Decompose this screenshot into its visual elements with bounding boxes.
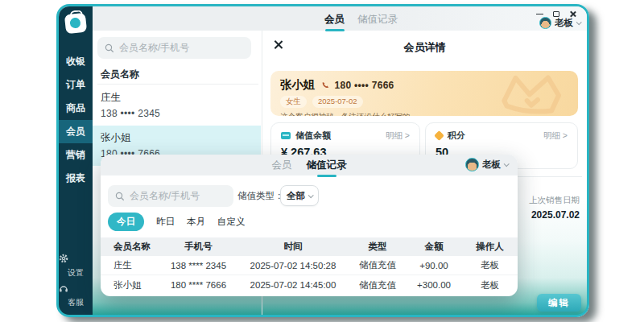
edit-button[interactable]: 编辑 [537, 294, 581, 312]
details-title: 会员详情 [262, 40, 587, 55]
filter-yesterday[interactable]: 昨日 [156, 216, 175, 228]
member-name: 庄生 [101, 91, 253, 105]
active-tab-underline [317, 175, 336, 177]
table-row[interactable]: 张小姐 180 **** 7666 2025-07-02 14:45:00 储值… [101, 275, 518, 295]
points-label: 积分 [448, 130, 465, 142]
sidebar: 收银 订单 商品 会员 营销 报表 设置 客服 [59, 6, 93, 315]
records-table: 会员名称 手机号 时间 类型 金额 操作人 庄生 138 **** 2345 2… [101, 237, 518, 296]
user-menu[interactable]: 老板 [539, 17, 580, 29]
list-item-member-1[interactable]: 庄生 138 •••• 2345 [93, 85, 261, 126]
minimize-icon[interactable] [536, 14, 543, 14]
last-sale-info: 上次销售日期 2025.07.02 [529, 195, 580, 221]
type-filter-label: 储值类型： [237, 190, 284, 202]
top-tabs: 会员 储值记录 [324, 13, 398, 31]
member-name: 张小姐 [101, 131, 253, 145]
app-logo-icon [64, 13, 87, 35]
panel-tab-member[interactable]: 会员 [272, 159, 292, 177]
member-search-input[interactable]: 会员名称/手机号 [97, 37, 251, 59]
panel-user-menu[interactable]: 老板 [465, 158, 508, 171]
titlebar: 会员 储值记录 老板 [93, 6, 587, 31]
tab-member-label: 会员 [324, 14, 345, 25]
wallet-icon [281, 132, 291, 139]
phone-icon [321, 81, 329, 89]
search-icon [105, 43, 114, 53]
type-filter-value: 全部 [287, 190, 305, 202]
date-filters: 今日 昨日 本月 自定义 [108, 213, 246, 231]
sidebar-bottom: 设置 客服 [59, 248, 93, 308]
sidebar-item-members[interactable]: 会员 [59, 120, 93, 143]
tab-member[interactable]: 会员 [324, 13, 345, 31]
table-header-row: 会员名称 手机号 时间 类型 金额 操作人 [101, 237, 518, 256]
tag-date: 2025-07-02 [312, 96, 363, 108]
points-detail-link[interactable]: 明细 > [543, 130, 568, 142]
records-search-input[interactable]: 会员名称/手机号 [108, 185, 233, 207]
records-panel-header: 会员 储值记录 老板 [101, 155, 518, 175]
crown-watermark-icon [499, 72, 567, 114]
settings-button[interactable]: 设置 [59, 254, 93, 279]
sidebar-nav: 收银 订单 商品 会员 营销 报表 [59, 50, 93, 190]
list-header: 会员名称 [97, 64, 258, 85]
tab-records-label: 储值记录 [357, 14, 398, 25]
gear-icon [59, 254, 93, 263]
gem-icon [434, 130, 444, 141]
balance-label: 储值余额 [295, 130, 331, 142]
filter-today[interactable]: 今日 [108, 213, 144, 231]
search-icon [115, 192, 125, 201]
stored-value-records-panel: 会员 储值记录 老板 会员名称/手机 [101, 155, 518, 296]
sidebar-item-cashier[interactable]: 收银 [59, 50, 93, 73]
sidebar-item-products[interactable]: 商品 [59, 97, 93, 120]
panel-tab-records[interactable]: 储值记录 [307, 159, 347, 177]
table-row[interactable]: 庄生 138 **** 2345 2025-07-02 14:50:28 储值充… [101, 256, 518, 275]
sidebar-item-reports[interactable]: 报表 [59, 167, 93, 190]
last-sale-label: 上次销售日期 [529, 195, 580, 206]
member-card: 张小姐 180 •••• 7666 女生 2025-07-02 这个客户很神秘，… [270, 71, 578, 116]
search-placeholder: 会员名称/手机号 [119, 41, 189, 55]
filter-custom[interactable]: 自定义 [217, 216, 246, 228]
sidebar-item-orders[interactable]: 订单 [59, 73, 93, 97]
member-card-name: 张小姐 [280, 77, 316, 93]
avatar [539, 17, 551, 29]
support-button[interactable]: 客服 [59, 284, 93, 308]
sidebar-item-marketing[interactable]: 营销 [59, 143, 93, 167]
search-placeholder: 会员名称/手机号 [130, 189, 200, 203]
member-phone: 138 •••• 2345 [101, 108, 253, 119]
app-window: 会员 储值记录 老板 收银 [56, 4, 589, 317]
headset-icon [59, 284, 93, 293]
tag-gender: 女生 [280, 96, 307, 108]
member-list: 庄生 138 •••• 2345 张小姐 180 •••• 7666 [93, 85, 261, 166]
last-sale-date: 2025.07.02 [529, 209, 580, 221]
member-card-phone: 180 •••• 7666 [335, 80, 394, 91]
records-panel-tabs: 会员 储值记录 [101, 159, 518, 177]
filter-this-month[interactable]: 本月 [187, 216, 205, 228]
maximize-icon[interactable] [553, 11, 559, 17]
screen: 会员 储值记录 老板 收银 [0, 0, 644, 322]
tab-stored-value-records[interactable]: 储值记录 [357, 13, 398, 31]
type-filter-select[interactable]: 全部 [280, 185, 319, 206]
avatar [465, 158, 479, 171]
chevron-down-icon [308, 192, 314, 198]
user-name: 老板 [482, 159, 501, 171]
balance-detail-link[interactable]: 明细 > [386, 130, 410, 142]
user-name: 老板 [555, 17, 573, 29]
chevron-down-icon [576, 19, 582, 25]
